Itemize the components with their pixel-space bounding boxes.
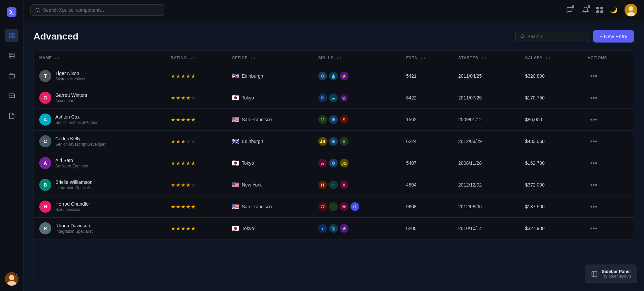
- cell-office: 🇯🇵 Tokyo: [226, 218, 313, 239]
- sidebar-user-avatar[interactable]: [5, 272, 18, 286]
- row-avatar: B: [39, 179, 51, 191]
- cell-extn: 1562: [401, 109, 453, 131]
- table-row: R Rhona Davidson Integration Specialist …: [34, 218, 634, 239]
- skill-icon: 💧: [329, 72, 338, 80]
- col-salary[interactable]: SALARY ▲▼: [520, 51, 582, 65]
- col-extn[interactable]: EXTN ▲▼: [401, 51, 453, 65]
- cell-name: R Rhona Davidson Integration Specialist: [34, 218, 165, 239]
- row-actions-button[interactable]: •••: [587, 71, 600, 81]
- rating-stars: ★★★★★: [171, 182, 196, 188]
- cell-extn: 6224: [401, 131, 453, 152]
- cell-extn: 9608: [401, 196, 453, 218]
- skill-icon: →: [329, 202, 338, 211]
- col-name[interactable]: NAME ▲▼: [34, 51, 165, 65]
- cell-started: 2012/12/02: [453, 174, 520, 196]
- sidebar-item-grid[interactable]: [5, 49, 18, 62]
- sidebar-item-briefcase[interactable]: [5, 69, 18, 82]
- table-row: B Brielle Williamson Integration Special…: [34, 174, 634, 196]
- col-office[interactable]: OFFICE ▲▼: [226, 51, 313, 65]
- employee-name: Garrett Winters: [55, 92, 87, 98]
- data-table: NAME ▲▼ RATING ▲▼ OFFICE ▲▼ SKILLS ▲▼ EX…: [34, 51, 634, 239]
- skill-icon: ⚡: [340, 224, 348, 233]
- svg-rect-2: [12, 33, 14, 35]
- cell-started: 2012/08/06: [453, 196, 520, 218]
- cell-name: B Brielle Williamson Integration Special…: [34, 174, 165, 196]
- bell-icon[interactable]: [580, 5, 591, 15]
- office-name: Edinburgh: [242, 139, 263, 144]
- skill-icon: ❋: [340, 202, 348, 211]
- svg-point-17: [629, 6, 633, 11]
- new-entry-button[interactable]: + New Entry: [593, 30, 634, 43]
- global-search-input[interactable]: [43, 7, 159, 13]
- row-actions-button[interactable]: •••: [587, 136, 600, 147]
- cell-salary: $170,750: [520, 87, 582, 109]
- svg-point-13: [9, 275, 14, 280]
- office-name: San Francisco: [242, 117, 272, 122]
- main-content: 🌙 Advanced + New Entry: [23, 0, 644, 291]
- row-actions-button[interactable]: •••: [587, 115, 600, 125]
- sidebar-panel-text: Sidebar Panel Try other layouts: [602, 269, 632, 279]
- office-flag: 🇯🇵: [232, 159, 239, 167]
- employee-role: Integration Specialist: [55, 186, 93, 190]
- row-actions-button[interactable]: •••: [587, 93, 600, 103]
- cell-office: 🇬🇧 Edinburgh: [226, 65, 313, 87]
- office-flag: 🇺🇸: [232, 203, 239, 210]
- row-actions-button[interactable]: •••: [587, 223, 600, 234]
- row-actions-button[interactable]: •••: [587, 180, 600, 190]
- col-started[interactable]: STARTED ▲▼: [453, 51, 520, 65]
- chat-notification-dot: [572, 5, 574, 8]
- skill-icon: ☁: [329, 93, 338, 102]
- row-actions-button[interactable]: •••: [587, 158, 600, 168]
- rating-stars: ★★★★★: [171, 117, 196, 123]
- chat-icon[interactable]: [564, 5, 575, 15]
- col-rating[interactable]: RATING ▲▼: [165, 51, 226, 65]
- office-name: Tokyo: [242, 160, 254, 166]
- skill-icon: ⚙: [318, 72, 327, 80]
- cell-rating: ★★★★★: [165, 196, 226, 218]
- table-search-input[interactable]: [527, 34, 584, 39]
- cell-salary: $372,000: [520, 174, 582, 196]
- sidebar-item-card[interactable]: [5, 89, 18, 102]
- skill-icon: V: [340, 137, 348, 146]
- rating-stars: ★★★★★: [171, 160, 196, 166]
- user-avatar[interactable]: [625, 4, 637, 16]
- cell-skills: H~A: [313, 174, 401, 196]
- table-search-box[interactable]: [515, 31, 589, 42]
- employee-name: Ashton Cox: [55, 114, 98, 120]
- table-body: T Tiger Nixon System Architect ★★★★★ 🇬🇧 …: [34, 65, 634, 239]
- skill-icon: V: [318, 115, 327, 124]
- row-actions-button[interactable]: •••: [587, 202, 600, 212]
- cell-office: 🇺🇸 San Francisco: [226, 109, 313, 131]
- avatar-notification-dot: [15, 272, 18, 276]
- skill-icon: JS: [318, 137, 327, 146]
- skill-icon: ◎: [329, 224, 338, 233]
- col-skills[interactable]: SKILLS ▲▼: [313, 51, 401, 65]
- cell-rating: ★★★★★: [165, 87, 226, 109]
- cell-extn: 8422: [401, 87, 453, 109]
- row-avatar: A: [39, 114, 51, 126]
- office-name: San Francisco: [242, 204, 272, 209]
- cell-office: 🇯🇵 Tokyo: [226, 152, 313, 174]
- cell-salary: $86,000: [520, 109, 582, 131]
- cell-extn: 6200: [401, 218, 453, 239]
- sidebar-item-dashboard[interactable]: [5, 29, 18, 42]
- employee-role: Senior Technical Author: [55, 120, 98, 125]
- table-row: A Airi Sato Software Engineer ★★★★★ 🇯🇵 T…: [34, 152, 634, 174]
- theme-toggle[interactable]: 🌙: [608, 5, 619, 15]
- sidebar-panel-hint[interactable]: Sidebar Panel Try other layouts: [585, 265, 637, 283]
- rating-stars: ★★★★★: [171, 139, 196, 144]
- cell-actions: •••: [582, 65, 634, 87]
- cell-name: A Ashton Cox Senior Technical Author: [34, 109, 165, 131]
- cell-actions: •••: [582, 218, 634, 239]
- table-header: NAME ▲▼ RATING ▲▼ OFFICE ▲▼ SKILLS ▲▼ EX…: [34, 51, 634, 65]
- cell-name: A Airi Sato Software Engineer: [34, 152, 165, 174]
- global-search-box[interactable]: [30, 4, 164, 16]
- apps-grid-icon[interactable]: [596, 7, 603, 13]
- header-actions: + New Entry: [515, 30, 634, 43]
- employee-role: Accountant: [55, 98, 87, 103]
- cell-salary: $320,800: [520, 65, 582, 87]
- app-logo[interactable]: [5, 5, 18, 19]
- rating-stars: ★★★★★: [171, 204, 196, 210]
- sidebar-item-note[interactable]: [5, 109, 18, 123]
- svg-rect-20: [592, 271, 597, 276]
